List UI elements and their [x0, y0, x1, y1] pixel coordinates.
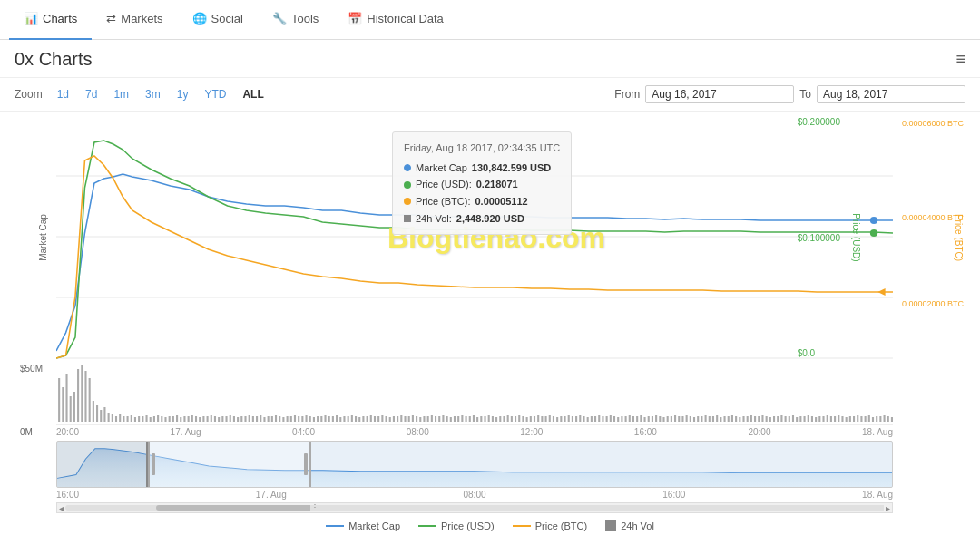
svg-rect-80 [343, 416, 345, 422]
svg-rect-111 [461, 415, 463, 422]
zoom-7d[interactable]: 7d [78, 86, 104, 102]
navigator-wrapper: 16:00 17. Aug 08:00 16:00 18. Aug [15, 441, 965, 501]
svg-rect-149 [606, 416, 608, 422]
svg-rect-12 [84, 371, 86, 422]
nav-x-3: 08:00 [463, 490, 485, 500]
x-label-7: 20:00 [748, 427, 770, 437]
svg-rect-20 [115, 416, 117, 422]
svg-rect-55 [249, 415, 250, 422]
scroll-bar[interactable]: ◂ ⋮ ▸ [56, 502, 893, 513]
svg-rect-36 [176, 415, 178, 422]
zoom-1d[interactable]: 1d [50, 86, 76, 102]
svg-rect-7 [65, 374, 67, 422]
svg-rect-152 [617, 417, 619, 422]
svg-rect-181 [728, 416, 730, 422]
tab-tools[interactable]: 🔧 Tools [258, 0, 333, 40]
zoom-ytd[interactable]: YTD [197, 86, 233, 102]
legend-usd-line [418, 525, 436, 527]
y-usd-high: $0.200000 [798, 117, 840, 127]
svg-rect-34 [169, 416, 171, 422]
svg-rect-150 [610, 415, 612, 422]
svg-rect-169 [681, 416, 683, 422]
navigator-x-axis: 16:00 17. Aug 08:00 16:00 18. Aug [56, 488, 893, 501]
scroll-thumb[interactable] [156, 505, 319, 511]
svg-rect-91 [386, 416, 387, 422]
x-axis: 20:00 17. Aug 04:00 08:00 12:00 16:00 20… [56, 424, 893, 439]
zoom-all[interactable]: ALL [235, 86, 270, 102]
svg-rect-193 [773, 416, 775, 422]
svg-rect-35 [172, 416, 174, 422]
svg-rect-84 [358, 417, 360, 422]
svg-rect-21 [119, 414, 121, 422]
svg-rect-83 [355, 416, 357, 422]
svg-rect-219 [872, 417, 874, 422]
svg-rect-28 [145, 415, 147, 422]
tab-markets[interactable]: ⇄ Markets [92, 0, 177, 40]
navigator[interactable] [56, 441, 893, 488]
svg-rect-185 [742, 416, 744, 422]
chart-container: Market Cap Blogtienao.com Friday, Aug 18… [0, 115, 980, 439]
zoom-1y[interactable]: 1y [170, 86, 196, 102]
nav-selection[interactable] [148, 442, 311, 487]
svg-rect-48 [221, 416, 223, 422]
svg-rect-148 [602, 416, 603, 422]
svg-rect-177 [712, 416, 714, 422]
tab-charts[interactable]: 📊 Charts [9, 0, 92, 40]
nav-handle-right[interactable] [304, 453, 308, 475]
svg-rect-116 [480, 416, 482, 422]
legend-market-cap: Market Cap [326, 520, 400, 531]
price-usd-dot [404, 181, 411, 189]
from-date-input[interactable] [645, 85, 794, 103]
tooltip-market-cap: Market Cap 130,842.599 USD [404, 160, 560, 177]
y-btc-low: 0.00002000 BTC [902, 299, 964, 308]
zoom-1m[interactable]: 1m [106, 86, 136, 102]
zoom-3m[interactable]: 3m [138, 86, 168, 102]
svg-rect-223 [887, 416, 889, 422]
svg-rect-90 [381, 415, 383, 422]
tooltip-price-btc: Price (BTC): 0.00005112 [404, 193, 560, 210]
svg-rect-198 [792, 415, 794, 422]
tooltip-pusd-value: 0.218071 [476, 176, 518, 193]
tooltip-pbtc-value: 0.00005112 [475, 193, 528, 210]
svg-rect-192 [769, 417, 771, 422]
svg-rect-73 [317, 416, 318, 422]
mc-endpoint [870, 217, 877, 224]
svg-rect-110 [457, 416, 459, 422]
page-header: 0x Charts ≡ [0, 40, 980, 78]
svg-rect-120 [495, 417, 497, 422]
scroll-container: ◂ ⋮ ▸ [15, 502, 965, 513]
menu-button[interactable]: ≡ [956, 50, 965, 69]
scroll-left-arrow[interactable]: ◂ [59, 503, 64, 513]
svg-rect-22 [122, 416, 124, 422]
tooltip-price-usd: Price (USD): 0.218071 [404, 176, 560, 193]
svg-rect-54 [244, 416, 246, 422]
svg-rect-151 [613, 416, 615, 422]
tooltip-title: Friday, Aug 18 2017, 02:34:35 UTC [404, 140, 560, 157]
svg-rect-123 [507, 415, 509, 422]
nav-left-mask [57, 442, 148, 487]
tab-historical[interactable]: 📅 Historical Data [333, 0, 458, 40]
svg-rect-93 [393, 416, 395, 422]
svg-rect-10 [77, 369, 79, 422]
scroll-right-arrow[interactable]: ▸ [886, 503, 890, 513]
price-btc-dot [404, 198, 411, 205]
svg-rect-81 [348, 416, 349, 422]
svg-rect-175 [705, 415, 707, 422]
svg-rect-27 [142, 416, 143, 422]
svg-rect-108 [450, 417, 452, 422]
svg-rect-218 [868, 415, 870, 422]
svg-rect-173 [697, 416, 699, 422]
svg-rect-51 [233, 416, 235, 422]
nav-handle-left[interactable] [152, 453, 155, 475]
legend-price-usd: Price (USD) [418, 520, 495, 531]
svg-rect-138 [564, 416, 565, 422]
svg-rect-178 [716, 415, 718, 422]
svg-rect-78 [336, 415, 338, 422]
svg-rect-79 [339, 417, 341, 422]
tab-social[interactable]: 🌐 Social [178, 0, 258, 40]
svg-rect-212 [846, 417, 848, 422]
to-date-input[interactable] [817, 85, 965, 103]
svg-rect-99 [416, 416, 417, 422]
svg-rect-106 [442, 415, 444, 422]
svg-rect-46 [214, 416, 216, 422]
